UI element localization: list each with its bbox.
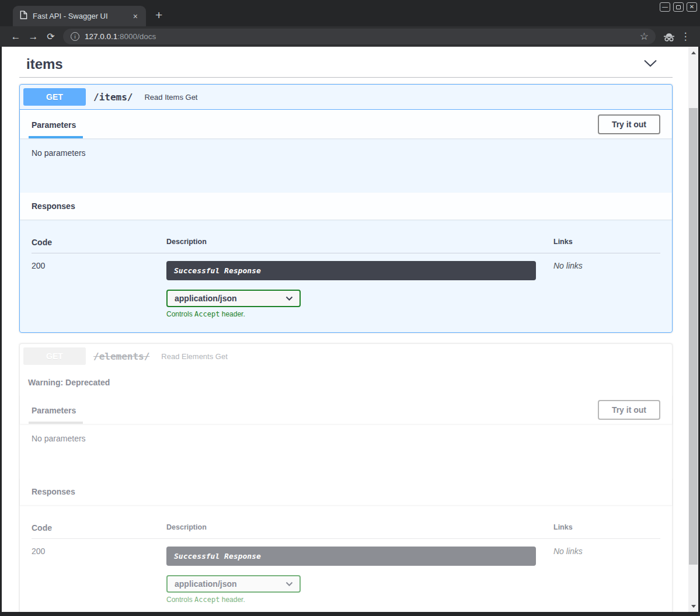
status-code: 200 <box>32 253 166 318</box>
media-type-select[interactable]: application/json <box>166 290 301 307</box>
parameters-header: Parameters Try it out <box>20 110 672 138</box>
scroll-down-icon[interactable] <box>688 601 698 611</box>
close-window-icon[interactable]: ✕ <box>687 2 697 12</box>
page-scrollbar[interactable] <box>688 47 698 612</box>
forward-icon[interactable]: → <box>25 32 42 41</box>
tab-parameters[interactable]: Parameters <box>32 110 76 138</box>
response-description-box: Successful Response <box>166 261 536 280</box>
opblock-summary[interactable]: GET /elements/ Read Elements Get <box>20 344 672 368</box>
url-path: :8000/docs <box>117 32 156 41</box>
incognito-icon <box>660 32 678 42</box>
responses-table: Code Description Links 200 Successful Re… <box>20 220 672 332</box>
minimize-icon[interactable]: — <box>660 2 670 12</box>
url-text[interactable]: 127.0.0.1:8000/docs <box>85 32 156 41</box>
back-icon[interactable]: ← <box>7 32 25 41</box>
api-section-header: items <box>19 47 673 72</box>
select-chevron-icon <box>285 579 293 589</box>
reload-icon[interactable]: ⟳ <box>42 32 60 41</box>
bookmark-star-icon[interactable]: ☆ <box>640 30 649 43</box>
col-header-links: Links <box>553 523 660 539</box>
col-header-code: Code <box>32 238 166 253</box>
document-icon <box>20 11 27 22</box>
accept-header-note: Controls Accept header. <box>166 310 536 318</box>
browser-window: Fast API - Swagger UI × + — ✕ ← → ⟳ i 12… <box>0 0 700 616</box>
maximize-icon[interactable] <box>673 2 684 12</box>
browser-menu-icon[interactable]: ⋮ <box>678 30 693 43</box>
site-info-icon[interactable]: i <box>71 32 79 41</box>
endpoint-summary: Read Elements Get <box>161 352 227 361</box>
responses-header: Responses <box>20 193 672 220</box>
opblock-summary[interactable]: GET /items/ Read Items Get <box>20 85 672 110</box>
try-it-out-button[interactable]: Try it out <box>598 114 660 134</box>
browser-titlebar: Fast API - Swagger UI × + — ✕ <box>0 0 700 26</box>
col-header-code: Code <box>32 523 166 539</box>
endpoint-summary: Read Items Get <box>144 93 197 102</box>
responses-header: Responses <box>20 478 672 505</box>
browser-tab[interactable]: Fast API - Swagger UI × <box>13 6 146 26</box>
chevron-down-icon[interactable] <box>643 59 657 69</box>
opblock-get-elements-deprecated: GET /elements/ Read Elements Get Warning… <box>19 343 673 612</box>
no-parameters-text: No parameters <box>20 138 672 193</box>
swagger-content: items GET /items/ Read Items Get <box>19 47 673 612</box>
deprecated-warning: Warning: Deprecated <box>20 368 672 395</box>
status-code: 200 <box>32 539 166 604</box>
url-host: 127.0.0.1 <box>85 32 117 41</box>
tab-title: Fast API - Swagger UI <box>33 12 126 20</box>
section-divider <box>19 77 673 78</box>
response-description-box: Successful Response <box>166 547 536 566</box>
select-chevron-icon <box>285 294 293 303</box>
page-viewport: items GET /items/ Read Items Get <box>2 47 698 612</box>
method-badge: GET <box>23 88 86 106</box>
scroll-up-icon[interactable] <box>688 48 698 57</box>
parameters-header: Parameters Try it out <box>20 395 672 424</box>
col-header-description: Description <box>166 238 553 253</box>
links-value: No links <box>553 539 660 604</box>
browser-toolbar: ← → ⟳ i 127.0.0.1:8000/docs ☆ ⋮ <box>0 26 700 47</box>
endpoint-path: /elements/ <box>86 351 155 362</box>
new-tab-icon[interactable]: + <box>155 8 162 22</box>
col-header-description: Description <box>166 523 553 539</box>
endpoint-path: /items/ <box>86 92 138 103</box>
url-bar[interactable]: i 127.0.0.1:8000/docs ☆ <box>63 29 656 44</box>
tab-parameters[interactable]: Parameters <box>32 395 76 424</box>
responses-table: Code Description Links 200 Successful Re… <box>20 505 672 612</box>
media-type-select[interactable]: application/json <box>166 575 301 593</box>
accept-header-note: Controls Accept header. <box>166 596 536 604</box>
scrollbar-thumb[interactable] <box>689 108 698 565</box>
links-value: No links <box>553 253 660 318</box>
section-title: items <box>26 56 63 72</box>
col-header-links: Links <box>553 238 660 253</box>
opblock-get-items: GET /items/ Read Items Get Parameters Tr… <box>19 84 673 333</box>
no-parameters-text: No parameters <box>20 424 672 478</box>
method-badge: GET <box>23 347 86 365</box>
tab-close-icon[interactable]: × <box>131 12 140 21</box>
try-it-out-button[interactable]: Try it out <box>598 400 660 420</box>
